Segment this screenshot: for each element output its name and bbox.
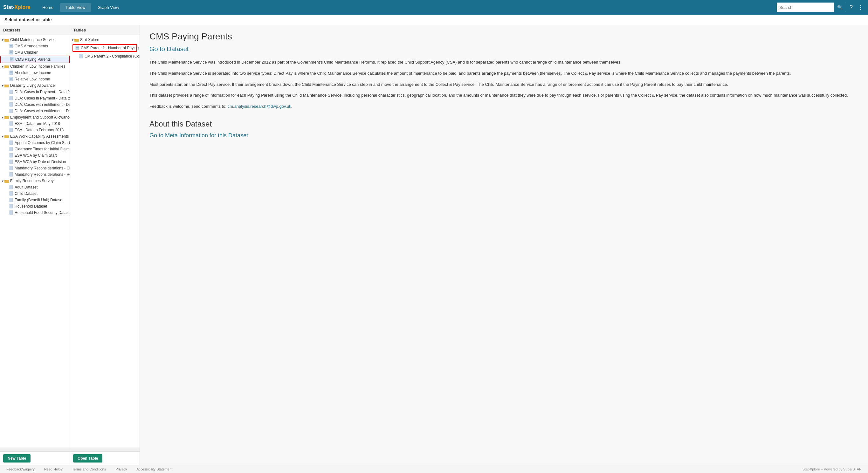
- table-item-cms-parent-2[interactable]: CMS Parent 2 - Compliance (Collect and P…: [70, 53, 140, 59]
- search-input[interactable]: [777, 4, 834, 11]
- menu-button[interactable]: ⋮: [857, 3, 865, 12]
- svg-rect-29: [9, 109, 13, 113]
- item-esa-may[interactable]: ESA - Data from May 2018: [0, 121, 70, 127]
- folder-stat-xplore[interactable]: ▼ Stat-Xplore: [70, 37, 140, 43]
- item-dla-entitlement-to[interactable]: DLA: Cases with entitlement - Data to Fe…: [0, 108, 70, 114]
- meta-link[interactable]: Go to Meta Information for this Dataset: [149, 132, 859, 139]
- item-label: DLA: Cases in Payment - Data to Februa..…: [14, 96, 70, 100]
- item-mandatory-recon-cl[interactable]: Mandatory Reconsiderations - Clearance..…: [0, 165, 70, 171]
- doc-icon: [9, 166, 13, 170]
- item-clearance-times[interactable]: Clearance Times for Initial Claims: [0, 146, 70, 152]
- page-header: Select dataset or table: [0, 14, 868, 25]
- doc-icon: [75, 46, 80, 50]
- new-table-button[interactable]: New Table: [3, 454, 31, 463]
- doc-icon: [9, 172, 13, 177]
- arrow-icon: ▼: [71, 38, 74, 41]
- item-cms-paying-parents[interactable]: CMS Paying Parents: [0, 56, 70, 63]
- nav-table-view[interactable]: Table View: [60, 3, 91, 12]
- folder-label: Family Resources Survey: [10, 179, 54, 183]
- svg-rect-16: [9, 70, 13, 75]
- open-table-button[interactable]: Open Table: [73, 454, 102, 463]
- svg-rect-19: [10, 73, 12, 73]
- item-dla-payment-may[interactable]: DLA: Cases in Payment - Data from May...: [0, 89, 70, 95]
- search-button[interactable]: 🔍: [834, 3, 846, 12]
- doc-icon: [9, 211, 13, 215]
- item-family-dataset[interactable]: Family (Benefit Unit) Dataset: [0, 197, 70, 203]
- doc-icon: [9, 44, 13, 48]
- middle-hscroll[interactable]: [70, 448, 140, 451]
- left-hscroll[interactable]: [0, 448, 70, 451]
- arrow-icon: ▼: [1, 116, 4, 119]
- item-cms-children[interactable]: CMS Children: [0, 49, 70, 56]
- item-esa-wca-decision[interactable]: ESA WCA by Date of Decision: [0, 159, 70, 165]
- main-content: Datasets ▼ Child Maintenance Service CMS…: [0, 25, 868, 465]
- svg-rect-50: [74, 39, 76, 40]
- doc-icon: [9, 77, 13, 82]
- folder-dla[interactable]: ▼ Disability Living Allowance: [0, 82, 70, 89]
- doc-icon: [9, 96, 13, 100]
- about-section: About this Dataset Go to Meta Informatio…: [149, 120, 859, 139]
- svg-rect-23: [10, 79, 12, 80]
- feedback-email-link[interactable]: cm.analysis.research@dwp.gov.uk: [228, 104, 291, 109]
- item-label: ESA - Data from May 2018: [14, 121, 60, 126]
- item-household-dataset[interactable]: Household Dataset: [0, 203, 70, 210]
- item-appeal-outcomes[interactable]: Appeal Outcomes by Claim Start: [0, 139, 70, 146]
- arrow-icon: ▼: [1, 65, 4, 68]
- footer-link-help[interactable]: Need Help?: [44, 467, 63, 471]
- item-label: Adult Dataset: [14, 185, 37, 189]
- doc-icon: [9, 90, 13, 94]
- item-label: Family (Benefit Unit) Dataset: [14, 198, 63, 202]
- svg-rect-48: [9, 211, 13, 215]
- item-cms-arrangements[interactable]: CMS Arrangements: [0, 43, 70, 49]
- svg-rect-40: [9, 166, 13, 170]
- folder-icon: [4, 65, 9, 68]
- svg-rect-46: [9, 198, 13, 202]
- arrow-icon: ▼: [1, 84, 4, 87]
- item-child-dataset[interactable]: Child Dataset: [0, 190, 70, 197]
- doc-icon: [9, 128, 13, 132]
- item-esa-feb[interactable]: ESA - Data to February 2018: [0, 127, 70, 133]
- item-label: Appeal Outcomes by Claim Start: [14, 140, 70, 145]
- nav-home[interactable]: Home: [37, 3, 59, 12]
- folder-icon: [74, 38, 79, 42]
- item-label: ESA - Data to February 2018: [14, 128, 64, 132]
- svg-rect-28: [9, 102, 13, 106]
- footer-link-accessibility[interactable]: Accessibility Statement: [136, 467, 172, 471]
- doc-icon: [9, 109, 13, 113]
- nav-graph-view[interactable]: Graph View: [92, 3, 125, 12]
- item-adult-dataset[interactable]: Adult Dataset: [0, 184, 70, 190]
- item-label: DLA: Cases in Payment - Data from May...: [14, 90, 70, 94]
- item-mandatory-recon-reg[interactable]: Mandatory Reconsiderations - Registrati.…: [0, 171, 70, 178]
- item-esa-wca-claim[interactable]: ESA WCA by Claim Start: [0, 152, 70, 159]
- item-dla-payment-feb[interactable]: DLA: Cases in Payment - Data to Februa..…: [0, 95, 70, 101]
- item-relative-low-income[interactable]: Relative Low Income: [0, 76, 70, 82]
- item-absolute-low-income[interactable]: Absolute Low Income: [0, 70, 70, 76]
- middle-panel: Tables ▼ Stat-Xplore CMS Parent 1 - Numb…: [70, 25, 140, 465]
- svg-rect-45: [9, 191, 13, 195]
- svg-rect-39: [9, 160, 13, 164]
- help-button[interactable]: ?: [848, 3, 854, 12]
- svg-rect-12: [10, 59, 13, 59]
- item-household-food-security[interactable]: Household Food Security Dataset: [0, 210, 70, 216]
- folder-children-low-income[interactable]: ▼ Children in Low Income Families: [0, 63, 70, 70]
- description-1: The Child Maintenance Service was introd…: [149, 59, 859, 66]
- footer-link-feedback[interactable]: Feedback/Enquiry: [6, 467, 35, 471]
- svg-rect-1: [4, 39, 6, 40]
- item-dla-entitlement-from[interactable]: DLA: Cases with entitlement - Data from.…: [0, 101, 70, 108]
- svg-rect-41: [9, 172, 13, 177]
- middle-panel-bottom: Open Table: [70, 451, 140, 465]
- folder-esa-wca[interactable]: ▼ ESA Work Capability Assessments: [0, 133, 70, 139]
- footer-link-terms[interactable]: Terms and Conditions: [72, 467, 106, 471]
- folder-family-resources[interactable]: ▼ Family Resources Survey: [0, 178, 70, 184]
- svg-rect-15: [4, 65, 6, 66]
- item-label: DLA: Cases with entitlement - Data to Fe…: [14, 109, 70, 113]
- dataset-link[interactable]: Go to Dataset: [149, 45, 859, 53]
- footer-link-privacy[interactable]: Privacy: [116, 467, 127, 471]
- svg-rect-26: [9, 90, 13, 94]
- svg-rect-17: [10, 71, 12, 72]
- table-item-cms-parent-1[interactable]: CMS Parent 1 - Number of Paying Parents …: [72, 44, 137, 52]
- folder-label: Employment and Support Allowance: [10, 115, 70, 120]
- folder-esa[interactable]: ▼ Employment and Support Allowance: [0, 114, 70, 121]
- folder-child-maintenance[interactable]: ▼ Child Maintenance Service: [0, 37, 70, 43]
- item-label: CMS Arrangements: [14, 44, 48, 48]
